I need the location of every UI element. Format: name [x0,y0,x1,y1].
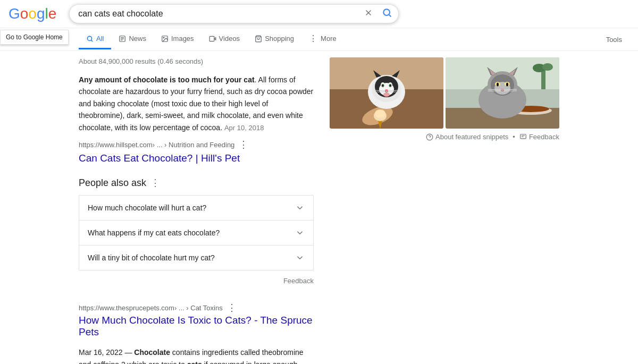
shopping-tab-icon [255,35,262,43]
news-tab-icon [119,35,126,43]
snippet-text: Any amount of chocolate is too much for … [79,74,314,133]
tab-shopping-label: Shopping [265,35,294,43]
cat-image-2-svg [446,57,559,129]
tab-news-label: News [129,35,146,43]
header: Google Go to Google Home [0,0,638,28]
paa-header: People also ask ⋮ [79,177,314,189]
tab-images-label: Images [171,35,194,43]
tab-news[interactable]: News [111,29,154,49]
svg-point-4 [87,36,91,40]
footer-bullet: • [513,133,515,141]
svg-point-50 [497,83,499,87]
feedback-icon [519,133,527,141]
second-result: https://www.thesprucepets.com › ... › Ca… [79,302,314,364]
about-snippets-link[interactable]: About featured snippets [426,133,508,141]
tab-videos[interactable]: Videos [202,29,248,49]
videos-tab-icon [209,35,216,43]
right-panel: About featured snippets • Feedback [330,57,559,364]
second-result-desc-prefix: — [123,348,135,357]
search-icon [382,7,392,18]
search-submit-button[interactable] [380,5,394,23]
results-count: About 84,900,000 results (0.46 seconds) [79,57,314,65]
source-breadcrumb: › ... › Nutrition and Feeding [153,141,235,149]
svg-rect-67 [521,134,526,138]
search-clear-button[interactable] [362,6,375,22]
svg-point-52 [501,88,504,90]
tab-shopping[interactable]: Shopping [247,29,301,49]
cat-image-1[interactable] [330,57,443,129]
second-result-desc: Mar 16, 2022 — Chocolate contains ingred… [79,346,314,364]
about-snippets-label: About featured snippets [435,133,508,141]
paa-more-button[interactable]: ⋮ [150,177,160,189]
second-result-url: https://www.thesprucepets.com [79,304,174,312]
paa-item-1[interactable]: What happens if my cat eats chocolate? [79,220,314,245]
chevron-down-icon-1 [295,228,305,238]
svg-point-30 [390,85,391,87]
content-area: About 84,900,000 results (0.46 seconds) … [0,51,638,364]
images-tab-icon [161,35,169,43]
tab-all[interactable]: All [79,29,111,49]
source-more-button[interactable]: ⋮ [239,139,248,150]
featured-snippet-link[interactable]: Can Cats Eat Chocolate? | Hill's Pet [79,153,314,164]
svg-point-64 [542,63,553,71]
cat-image-1-svg [330,57,443,129]
tab-all-label: All [96,35,104,43]
chevron-down-icon-0 [295,203,305,213]
second-result-source-row: https://www.thesprucepets.com › ... › Ca… [79,302,314,314]
paa-divider [79,270,314,270]
search-tab-icon [86,35,94,43]
second-result-more-button[interactable]: ⋮ [227,302,237,314]
svg-point-2 [384,9,390,15]
tab-images[interactable]: Images [154,29,202,49]
second-result-breadcrumb: › ... › Cat Toxins [174,304,223,312]
second-result-bold2: cats [187,360,202,364]
paa-title: People also ask [79,177,146,189]
second-result-date: Mar 16, 2022 [79,348,123,357]
svg-line-3 [389,14,391,16]
feedback-link[interactable]: Feedback [519,133,559,141]
paa-section: People also ask ⋮ How much chocolate wil… [79,177,314,289]
svg-point-20 [375,109,385,118]
featured-snippet: Any amount of chocolate is too much for … [79,74,314,164]
paa-item-2[interactable]: Will a tiny bit of chocolate hurt my cat… [79,245,314,270]
snippet-date: Apr 10, 2018 [224,124,264,132]
paa-item-0[interactable]: How much chocolate will hurt a cat? [79,195,314,220]
close-icon [364,8,373,18]
cat-image-2[interactable] [446,57,559,129]
paa-question-0: How much chocolate will hurt a cat? [88,204,206,212]
tools-button[interactable]: Tools [599,30,629,49]
svg-point-29 [382,85,384,87]
feedback-label: Feedback [529,133,559,141]
google-logo[interactable]: Google Go to Google Home [9,5,56,22]
tab-more-label: More [321,35,337,43]
svg-line-5 [91,40,93,41]
chevron-down-icon-2 [295,253,305,263]
paa-question-2: Will a tiny bit of chocolate hurt my cat… [88,253,215,262]
logo-tooltip: Go to Google Home [0,30,69,45]
second-result-bold1: Chocolate [134,348,170,357]
nav-tabs: All News Images Videos Shopping ⋮ More T… [0,28,638,51]
second-result-link[interactable]: How Much Chocolate Is Toxic to Cats? - T… [79,315,314,338]
images-row [330,57,559,129]
search-box-wrapper [69,4,399,23]
svg-point-11 [163,37,164,38]
paa-question-1: What happens if my cat eats chocolate? [88,228,220,237]
svg-point-38 [383,92,390,97]
tab-videos-label: Videos [219,35,240,43]
svg-point-31 [385,89,388,91]
search-input[interactable] [69,4,399,23]
main-results: About 84,900,000 results (0.46 seconds) … [79,57,314,364]
question-mark-icon [426,133,433,141]
svg-point-51 [506,83,508,87]
paa-feedback[interactable]: Feedback [79,277,314,289]
more-tab-dots: ⋮ [309,33,318,44]
svg-rect-12 [209,36,214,41]
snippet-footer: About featured snippets • Feedback [330,133,559,141]
source-url: https://www.hillspet.com [79,141,153,149]
source-row: https://www.hillspet.com › ... › Nutriti… [79,139,314,150]
tab-more[interactable]: ⋮ More [301,28,344,50]
snippet-bold: Any amount of chocolate is too much for … [79,75,255,84]
